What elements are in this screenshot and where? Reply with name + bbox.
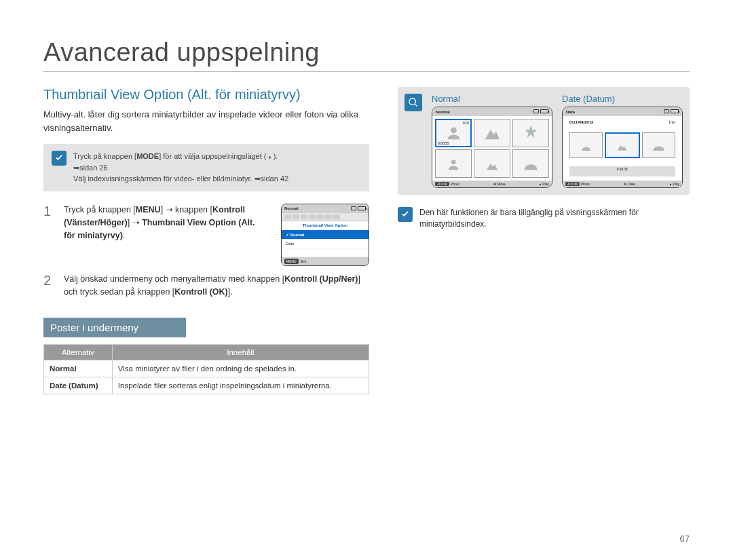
- check-icon: [398, 207, 413, 222]
- steps-list: 1 Tryck på knappen [MENU] ➝ knappen [Kon…: [43, 204, 369, 299]
- thumbnail-selected: [605, 132, 639, 158]
- step-text: Välj önskad undermeny och menyalternativ…: [64, 273, 369, 299]
- left-column: Thumbnail View Option (Alt. för miniatyr…: [43, 87, 369, 394]
- page-title: Avancerad uppspelning: [43, 38, 690, 67]
- thumbnail: [512, 119, 549, 147]
- thumbnail-selected: 0:00:55 1/10: [435, 119, 472, 147]
- check-icon: [52, 151, 67, 166]
- step-text: Tryck på knappen [MENU] ➝ knappen [Kontr…: [64, 204, 267, 266]
- table-header-content: Innehåll: [112, 345, 369, 360]
- date-example: Date (Datum) Date 01/JAN/20121/10 0:10:3…: [562, 94, 683, 188]
- table-header-option: Alternativ: [44, 345, 113, 360]
- title-rule: [43, 71, 690, 72]
- thumbnail: [435, 149, 472, 178]
- menu-screenshot: Normal Thumbnail View Option ✓ Normal Da…: [281, 204, 369, 266]
- magnifier-icon: [405, 94, 422, 111]
- step-2: 2 Välj önskad undermeny och menyalternat…: [43, 273, 369, 299]
- note-text: Den här funktionen är bara tillgänglig p…: [419, 207, 690, 230]
- section-title: Thumbnail View Option (Alt. för miniatyr…: [43, 87, 369, 102]
- prerequisite-note: Tryck på knappen [MODE] för att välja up…: [43, 144, 369, 191]
- step-1: 1 Tryck på knappen [MENU] ➝ knappen [Kon…: [43, 204, 369, 266]
- step-number: 1: [43, 204, 56, 266]
- play-icon: [269, 156, 271, 159]
- note-text: Tryck på knappen [MODE] för att välja up…: [73, 151, 288, 185]
- example-title: Date (Datum): [562, 94, 683, 104]
- thumbnail: [474, 119, 510, 147]
- availability-note: Den här funktionen är bara tillgänglig p…: [398, 207, 690, 230]
- thumbnail: [474, 149, 510, 178]
- thumbnail: [512, 149, 549, 178]
- thumbnail: [642, 132, 675, 158]
- examples-panel: Normal Normal 0:00:55 1/10: [398, 87, 690, 195]
- thumbnail: [569, 132, 603, 158]
- table-row: Date (Datum) Inspelade filer sorteras en…: [44, 377, 369, 394]
- step-number: 2: [43, 273, 56, 299]
- right-column: Normal Normal 0:00:55 1/10: [398, 87, 690, 394]
- options-table: Alternativ Innehåll Normal Visa miniatyr…: [43, 344, 369, 394]
- intro-paragraph: Multivy-alt. låter dig sortera miniatyrb…: [43, 108, 369, 134]
- page-number: 67: [680, 534, 690, 544]
- table-row: Normal Visa miniatyrer av filer i den or…: [44, 360, 369, 377]
- normal-example: Normal Normal 0:00:55 1/10: [432, 94, 552, 188]
- example-title: Normal: [432, 94, 552, 104]
- submenu-heading: Poster i undermeny: [43, 318, 186, 337]
